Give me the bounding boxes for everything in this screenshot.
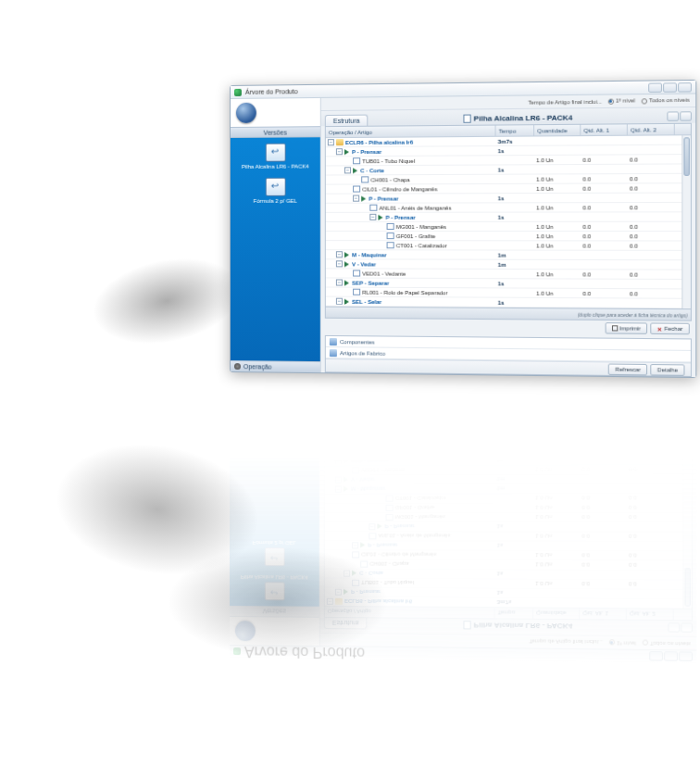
table-row[interactable]: CH001 - Chapa1.0 Un0.00.0 <box>325 559 692 570</box>
radio-first-level[interactable]: 1º nível <box>609 639 636 646</box>
row-label: P - Prensar <box>385 524 415 530</box>
sidebar-item-version-1[interactable]: Fórmula 2 p/ GEL <box>233 539 316 567</box>
row-label: ECLR6 - Pilha alcalina lr6 <box>344 598 412 605</box>
col-quantity[interactable]: Quantidade <box>533 609 580 620</box>
nav-next-button[interactable] <box>681 622 693 633</box>
expand-toggle[interactable]: − <box>335 477 342 483</box>
titlebar[interactable]: Árvore do Produto <box>230 645 696 663</box>
table-row[interactable]: CT001 - Catalizador1.0 Un0.00.0 <box>325 493 692 503</box>
table-row[interactable]: CT001 - Catalizador1.0 Un0.00.0 <box>326 241 691 251</box>
col-time[interactable]: Tempo <box>495 608 534 619</box>
folder-icon <box>335 598 343 605</box>
tree-grid: Operação / Artigo Tempo Quantidade Qtd. … <box>324 433 693 622</box>
tab-structure[interactable]: Estrutura <box>324 618 368 630</box>
maximize-button[interactable] <box>664 652 678 662</box>
nav-prev-button[interactable] <box>667 111 679 120</box>
table-row[interactable]: −M - Maquinar1m <box>325 483 692 494</box>
expand-toggle[interactable]: − <box>335 589 342 596</box>
table-row[interactable]: GF001 - Grafite1.0 Un0.00.0 <box>326 232 691 241</box>
minimize-button[interactable] <box>648 82 662 93</box>
table-row[interactable]: MG001 - Manganês1.0 Un0.00.0 <box>326 222 691 232</box>
expand-toggle[interactable]: − <box>335 458 342 464</box>
table-row[interactable]: −P - Prensar1s <box>325 587 692 599</box>
col-alt2[interactable]: Qtd. Alt. 2 <box>627 609 674 620</box>
col-alt2[interactable]: Qtd. Alt. 2 <box>628 124 675 135</box>
table-row[interactable]: CIL01 - Cilindro de Manganês1.0 Un0.00.0 <box>325 549 692 560</box>
radio-all-levels[interactable]: Todos os níveis <box>642 640 691 647</box>
sidebar-footer-operation[interactable]: Operação <box>231 360 320 372</box>
expand-toggle[interactable]: − <box>335 439 342 446</box>
sidebar-item-version-0[interactable]: Pilha Alcalina LR6 - PACK4 <box>234 143 317 170</box>
col-alt1[interactable]: Qtd. Alt. 1 <box>581 124 628 135</box>
nav-prev-button[interactable] <box>668 622 680 632</box>
col-operation-article[interactable]: Operação / Artigo <box>325 607 495 619</box>
radio-all-levels[interactable]: Todos os níveis <box>641 97 690 104</box>
col-time[interactable]: Tempo <box>496 125 535 136</box>
table-row[interactable]: −ECLR6 - Pilha alcalina lr63m7s <box>325 596 692 609</box>
grid-body[interactable]: −ECLR6 - Pilha alcalina lr63m7s−P - Pren… <box>325 433 692 609</box>
vertical-scrollbar[interactable] <box>681 135 691 308</box>
detail-button[interactable]: Detalhe <box>651 363 685 375</box>
expand-toggle[interactable]: − <box>336 298 343 305</box>
tab-structure[interactable]: Estrutura <box>325 115 369 127</box>
expand-toggle[interactable]: − <box>369 523 375 530</box>
table-row[interactable]: COLA - Cola1.0 Un0.00.0 <box>325 433 692 438</box>
grid-status-hint: (duplo clique para aceder à ficha técnic… <box>324 421 693 434</box>
operation-icon <box>344 298 349 304</box>
item-icon <box>353 185 360 192</box>
expand-toggle[interactable]: − <box>344 167 351 173</box>
table-row[interactable]: −C - Corte1s <box>325 568 692 579</box>
table-row[interactable]: VED01 - Vedante1.0 Un0.00.0 <box>325 464 692 475</box>
table-row[interactable]: MG001 - Manganês1.0 Un0.00.0 <box>325 512 692 521</box>
logo-disc-icon <box>235 621 256 641</box>
table-row[interactable]: GF001 - Grafite1.0 Un0.00.0 <box>325 503 692 512</box>
table-row[interactable]: −P - Prensar1s <box>325 521 692 532</box>
table-row[interactable]: ANL01 - Anéis de Manganês1.0 Un0.00.0 <box>325 531 692 541</box>
sidebar-item-version-0[interactable]: Pilha Alcalina LR6 - PACK4 <box>233 573 316 601</box>
item-icon <box>387 242 394 248</box>
grid-header: Operação / Artigo Tempo Quantidade Qtd. … <box>325 606 692 620</box>
expand-toggle[interactable]: − <box>335 486 342 493</box>
expand-toggle[interactable]: − <box>336 148 343 155</box>
table-row[interactable]: RL001 - Rolo de Papel Separador1.0 Un0.0… <box>325 445 692 456</box>
expand-toggle[interactable]: − <box>344 571 350 577</box>
table-row[interactable]: −P - Prensar1s <box>326 212 691 222</box>
table-row[interactable]: ANL01 - Anéis de Manganês1.0 Un0.00.0 <box>326 203 691 213</box>
table-row[interactable]: −SEP - Separar1s <box>325 455 692 466</box>
operation-icon <box>344 280 349 285</box>
refresh-button[interactable]: Refrescar <box>608 363 647 375</box>
table-row[interactable]: −V - Vedar1m <box>325 473 692 483</box>
print-button[interactable]: Imprimir <box>606 408 648 420</box>
expand-toggle[interactable]: − <box>327 598 333 605</box>
table-row[interactable]: −SEL - Selar1s <box>325 435 692 447</box>
print-button[interactable]: Imprimir <box>605 322 647 334</box>
scroll-thumb[interactable] <box>685 568 691 607</box>
close-button[interactable]: ✕Fechar <box>652 408 691 420</box>
expand-toggle[interactable]: − <box>336 251 343 257</box>
expand-toggle[interactable]: − <box>352 542 358 548</box>
close-icon: ✕ <box>658 410 663 417</box>
col-quantity[interactable]: Quantidade <box>534 125 581 136</box>
minimize-button[interactable] <box>649 652 663 662</box>
radio-first-level[interactable]: 1º nível <box>608 98 635 105</box>
expand-toggle[interactable]: − <box>336 260 343 267</box>
expand-toggle[interactable]: − <box>336 279 343 285</box>
sidebar-item-version-1[interactable]: Fórmula 2 p/ GEL <box>234 178 317 206</box>
grid-body[interactable]: −ECLR6 - Pilha alcalina lr63m7s−P - Pren… <box>326 135 691 308</box>
bottom-row-articles[interactable]: Artigos de Fabrico <box>325 380 692 395</box>
col-alt1[interactable]: Qtd. Alt. 1 <box>580 609 627 620</box>
close-window-button[interactable] <box>678 82 692 93</box>
expand-toggle[interactable]: − <box>328 139 334 145</box>
table-row[interactable]: −P - Prensar1s <box>325 540 692 550</box>
vertical-scrollbar[interactable] <box>682 433 692 609</box>
bottom-row-components[interactable]: Componentes <box>325 391 692 406</box>
maximize-button[interactable] <box>663 82 677 93</box>
col-operation-article[interactable]: Operação / Artigo <box>326 126 496 138</box>
scroll-thumb[interactable] <box>683 137 689 176</box>
close-button[interactable]: ✕Fechar <box>651 322 690 334</box>
expand-toggle[interactable]: − <box>369 214 376 220</box>
close-window-button[interactable] <box>679 652 693 662</box>
expand-toggle[interactable]: − <box>353 195 359 202</box>
table-row[interactable]: TUB01 - Tubo Niquel1.0 Un0.00.0 <box>325 578 692 589</box>
nav-next-button[interactable] <box>680 111 692 121</box>
